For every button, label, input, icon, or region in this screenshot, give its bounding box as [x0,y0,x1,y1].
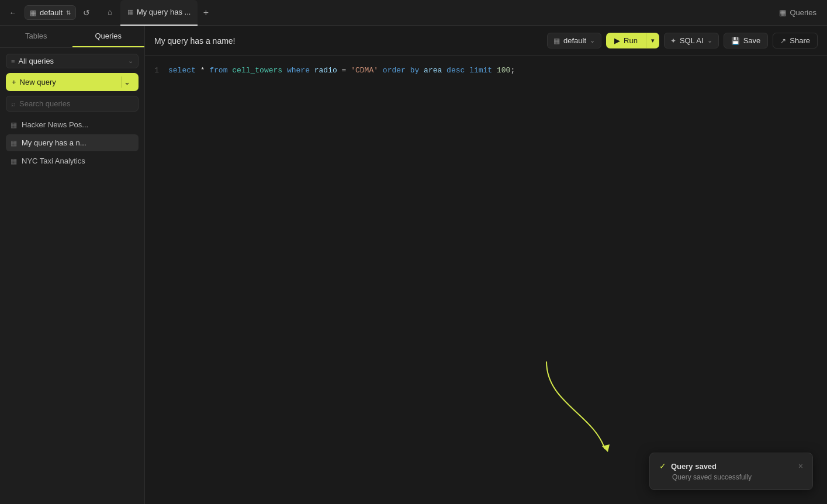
code-editor[interactable]: 1 select * from cell_towers where radio … [145,56,827,504]
sql-ai-icon: ✦ [670,37,676,45]
editor-area: My query has a name! ▦ default ⌄ ▶ Run ▾ [145,26,827,504]
sidebar-tab-queries-label: Queries [95,32,122,40]
tab-label: My query has ... [137,8,191,16]
db-icon: ▦ [30,9,36,17]
queries-button[interactable]: ▦ Queries [773,6,822,19]
sidebar-tab-tables[interactable]: Tables [0,26,72,47]
toast-check-icon: ✓ [659,461,666,471]
line-number-1: 1 [145,66,168,75]
home-icon: ⌂ [108,8,112,16]
db-selector-label: default [40,8,63,17]
run-chevron-icon: ▾ [651,37,655,44]
run-button[interactable]: ▶ Run [606,33,646,48]
sidebar-tabs: Tables Queries [0,26,144,48]
sidebar-content: ≡ All queries ⌄ + New query ⌄ ⌕ [0,48,144,504]
new-query-chevron-icon: ⌄ [124,78,130,86]
query-item-label: My query has a n... [22,138,86,147]
toolbar-right: ▦ default ⌄ ▶ Run ▾ ✦ SQL [547,33,818,48]
toast-body: Query saved successfully [659,473,803,481]
top-bar: ← ▦ default ⇅ ↺ ⌂ ▦ My query has ... + ▦… [0,0,827,26]
query-item-label: NYC Taxi Analytics [22,157,85,165]
query-item-hacker-news[interactable]: ▦ Hacker News Pos... [6,116,139,133]
search-input[interactable] [19,99,133,108]
share-label: Share [790,36,810,45]
sql-ai-button[interactable]: ✦ SQL AI ⌄ [664,33,719,48]
editor-db-selector[interactable]: ▦ default ⌄ [547,33,601,48]
refresh-icon: ↺ [83,8,90,18]
sql-ai-label: SQL AI [680,36,704,45]
add-tab-icon: + [203,8,209,18]
sidebar: Tables Queries ≡ All queries ⌄ + New que… [0,26,145,504]
toast-title: Query saved [671,462,717,471]
new-query-label: New query [20,78,56,86]
arrow-decoration [541,356,617,457]
filter-select[interactable]: All queries [18,57,124,65]
new-query-main: + New query [12,78,56,86]
main-layout: Tables Queries ≡ All queries ⌄ + New que… [0,26,827,504]
queries-icon: ▦ [779,8,786,17]
new-query-chevron[interactable]: ⌄ [121,77,133,88]
new-query-button[interactable]: + New query ⌄ [6,73,139,91]
share-button[interactable]: ↗ Share [773,33,818,48]
top-bar-right: ▦ Queries [773,6,822,19]
tab-home[interactable]: ⌂ [101,0,119,26]
tab-query-icon: ▦ [127,8,133,16]
query-title: My query has a name! [154,36,541,46]
line-content-1: select * from cell_towers where radio = … [168,66,827,75]
toast-close-button[interactable]: × [798,462,803,470]
editor-db-label: default [563,36,586,45]
back-button[interactable]: ← [5,6,21,19]
query-list: ▦ Hacker News Pos... ▦ My query has a n.… [6,116,139,169]
query-item-icon: ▦ [11,139,17,147]
run-label: Run [624,36,638,45]
editor-db-icon: ▦ [553,37,560,45]
filter-chevron-icon: ⌄ [128,57,133,65]
add-tab-button[interactable]: + [199,6,213,20]
filter-icon: ≡ [11,58,15,65]
toast-header: ✓ Query saved × [659,461,803,471]
tab-active-query[interactable]: ▦ My query has ... [120,0,198,26]
sidebar-tab-queries[interactable]: Queries [72,26,145,47]
queries-label: Queries [790,8,816,17]
search-icon: ⌕ [11,99,16,108]
db-selector[interactable]: ▦ default ⇅ [25,5,76,20]
run-button-group: ▶ Run ▾ [606,33,659,48]
query-item-icon: ▦ [11,121,17,129]
editor-db-chevron-icon: ⌄ [590,37,595,44]
chevron-updown-icon: ⇅ [66,9,71,16]
editor-toolbar: My query has a name! ▦ default ⌄ ▶ Run ▾ [145,26,827,56]
svg-marker-0 [602,444,610,452]
code-line-1: 1 select * from cell_towers where radio … [145,65,827,77]
search-box: ⌕ [6,96,139,112]
toast-title-row: ✓ Query saved [659,461,717,471]
filter-row[interactable]: ≡ All queries ⌄ [6,54,139,68]
save-icon: 💾 [731,37,740,45]
back-icon: ← [9,9,16,17]
new-query-plus-icon: + [12,78,16,86]
refresh-button[interactable]: ↺ [79,6,94,20]
query-item-label: Hacker News Pos... [22,120,88,129]
top-bar-left: ← ▦ default ⇅ ↺ [5,5,94,20]
share-icon: ↗ [780,37,786,45]
query-item-nyc-taxi[interactable]: ▦ NYC Taxi Analytics [6,152,139,169]
run-play-icon: ▶ [614,36,620,45]
sql-ai-chevron-icon: ⌄ [707,37,712,44]
save-button[interactable]: 💾 Save [724,33,769,48]
query-item-icon: ▦ [11,157,17,165]
save-label: Save [743,36,761,45]
arrow-svg [541,356,617,455]
run-chevron-button[interactable]: ▾ [646,33,659,48]
sidebar-tab-tables-label: Tables [25,32,47,40]
toast-notification: ✓ Query saved × Query saved successfully [649,453,813,490]
tabs-row: ⌂ ▦ My query has ... + [94,0,773,26]
query-item-my-query[interactable]: ▦ My query has a n... [6,134,139,151]
